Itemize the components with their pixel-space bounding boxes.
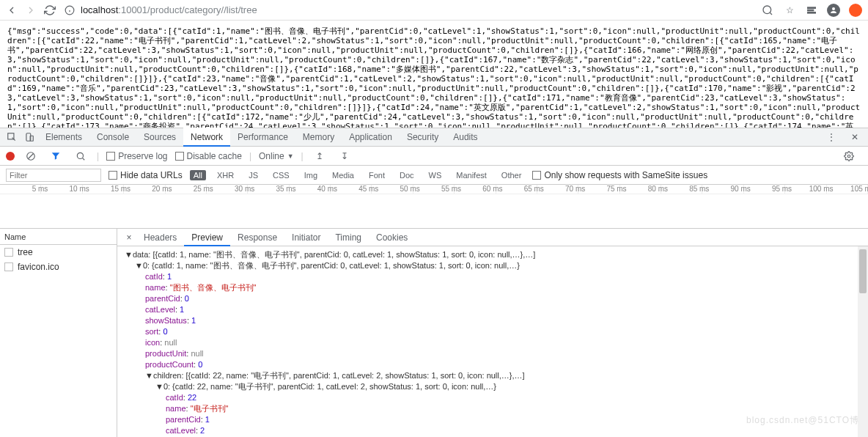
request-detail-pane: × Headers Preview Response Initiator Tim… — [117, 229, 868, 437]
bookmark-star-icon[interactable]: ☆ — [783, 4, 796, 17]
tab-elements[interactable]: Elements — [38, 128, 89, 147]
filter-bar: Hide data URLs All XHR JS CSS Img Media … — [0, 166, 868, 185]
filter-type-font[interactable]: Font — [365, 170, 389, 180]
extensions-icon[interactable] — [805, 4, 818, 17]
filter-type-all[interactable]: All — [190, 170, 206, 180]
close-detail-icon[interactable]: × — [122, 232, 136, 243]
inspect-element-icon[interactable] — [3, 128, 21, 146]
samesite-checkbox[interactable]: Only show requests with SameSite issues — [532, 170, 707, 180]
tab-application[interactable]: Application — [342, 128, 400, 147]
network-toolbar: | Preserve log Disable cache | Online ▼ … — [0, 147, 868, 166]
upload-har-icon[interactable]: ↥ — [311, 147, 328, 165]
detail-tab-response[interactable]: Response — [230, 229, 284, 246]
svg-rect-5 — [808, 7, 816, 8]
network-settings-icon[interactable] — [840, 147, 858, 165]
request-item-tree[interactable]: tree — [0, 245, 117, 260]
file-icon — [4, 262, 13, 271]
preview-tree[interactable]: ▼data: [{catId: 1, name: "图书、音像、电子书刊", p… — [117, 246, 868, 437]
tab-network[interactable]: Network — [183, 128, 230, 147]
detail-tab-headers[interactable]: Headers — [136, 229, 184, 246]
info-icon — [63, 4, 76, 17]
preserve-log-checkbox[interactable]: Preserve log — [106, 151, 167, 161]
svg-point-16 — [847, 155, 850, 158]
search-toggle-icon[interactable] — [72, 147, 89, 165]
reload-button[interactable] — [44, 4, 56, 16]
profile-avatar-icon[interactable] — [827, 4, 840, 17]
tab-memory[interactable]: Memory — [295, 128, 342, 147]
svg-rect-6 — [808, 10, 814, 10]
devtools-tabbar: Elements Console Sources Network Perform… — [0, 128, 868, 147]
address-bar[interactable]: localhost:10001/product/category//list/t… — [63, 4, 746, 17]
request-list: Name tree favicon.ico — [0, 229, 117, 437]
filter-type-manifest[interactable]: Manifest — [452, 170, 490, 180]
throttling-select[interactable]: Online ▼ — [259, 151, 294, 161]
forward-button[interactable] — [25, 4, 37, 16]
extension-red-icon[interactable] — [849, 4, 862, 17]
url-path: :10001/product/category//list/tree — [118, 4, 257, 15]
svg-point-8 — [832, 7, 835, 10]
filter-type-css[interactable]: CSS — [269, 170, 293, 180]
filter-type-media[interactable]: Media — [328, 170, 358, 180]
detail-tab-cookies[interactable]: Cookies — [369, 229, 415, 246]
filter-type-ws[interactable]: WS — [425, 170, 446, 180]
tab-performance[interactable]: Performance — [230, 128, 295, 147]
timeline-overview[interactable]: 5 ms10 ms15 ms20 ms25 ms30 ms35 ms40 ms4… — [0, 185, 868, 229]
filter-type-img[interactable]: Img — [301, 170, 321, 180]
filter-type-other[interactable]: Other — [498, 170, 526, 180]
hide-data-urls-checkbox[interactable]: Hide data URLs — [108, 170, 183, 180]
filter-type-js[interactable]: JS — [245, 170, 262, 180]
tab-console[interactable]: Console — [89, 128, 136, 147]
svg-line-13 — [29, 153, 34, 158]
svg-line-15 — [82, 158, 84, 160]
request-item-favicon[interactable]: favicon.ico — [0, 260, 117, 274]
detail-tab-initiator[interactable]: Initiator — [284, 229, 328, 246]
svg-line-4 — [770, 12, 772, 15]
preview-scrollbar[interactable] — [858, 246, 868, 437]
url-host: localhost — [81, 4, 118, 15]
download-har-icon[interactable]: ↧ — [336, 147, 353, 165]
svg-point-14 — [77, 153, 83, 158]
record-button[interactable] — [6, 152, 15, 161]
tab-sources[interactable]: Sources — [136, 128, 183, 147]
filter-toggle-icon[interactable] — [47, 147, 65, 165]
browser-toolbar: localhost:10001/product/category//list/t… — [0, 0, 868, 21]
tab-security[interactable]: Security — [400, 128, 446, 147]
detail-tab-timing[interactable]: Timing — [328, 229, 369, 246]
back-button[interactable] — [6, 4, 18, 16]
page-content-raw-json: {"msg":"success","code":0,"data":[{"catI… — [0, 21, 868, 128]
detail-tab-preview[interactable]: Preview — [184, 229, 230, 246]
svg-point-3 — [763, 6, 771, 14]
clear-icon[interactable] — [22, 147, 40, 165]
svg-rect-7 — [808, 12, 816, 12]
filter-type-doc[interactable]: Doc — [396, 170, 418, 180]
close-devtools-icon[interactable]: ✕ — [846, 128, 864, 146]
more-icon[interactable]: ⋮ — [823, 128, 840, 146]
device-toggle-icon[interactable] — [21, 128, 38, 146]
file-icon — [4, 248, 13, 257]
request-list-header[interactable]: Name — [0, 229, 117, 245]
tab-audits[interactable]: Audits — [446, 128, 485, 147]
filter-input[interactable] — [6, 169, 101, 182]
disable-cache-checkbox[interactable]: Disable cache — [175, 151, 242, 161]
search-icon[interactable] — [761, 4, 774, 17]
filter-type-xhr[interactable]: XHR — [213, 170, 238, 180]
